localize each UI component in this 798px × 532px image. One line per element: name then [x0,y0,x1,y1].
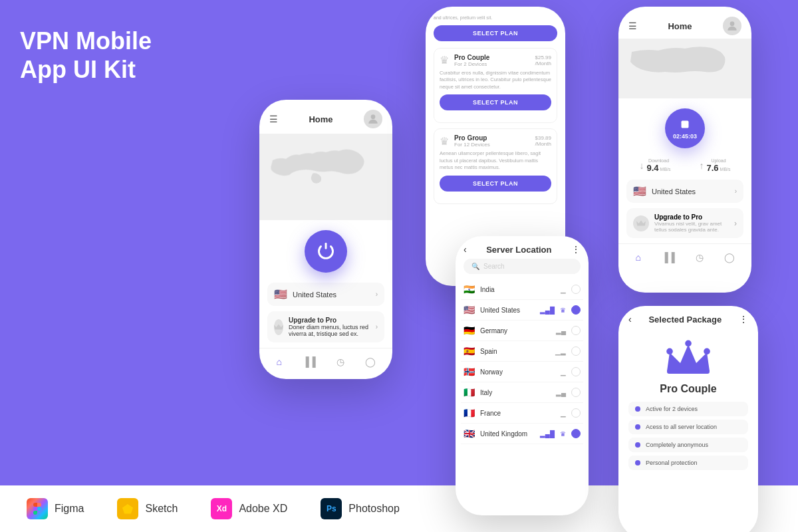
plan-card-couple: ♛ Pro Couple For 2 Devices $25.99 /Month… [434,48,557,124]
adobexd-label: Adobe XD [239,503,287,515]
us-flag: 🇺🇸 [274,288,287,301]
photoshop-tool: Ps Photoshop [321,498,400,519]
feature-item-0: Active for 2 devices [628,402,748,416]
spain-flag: 🇪🇸 [464,346,475,356]
france-select[interactable] [571,408,581,418]
timer-section: 02:45:03 [618,98,751,158]
sketch-label: Sketch [145,503,178,515]
pkg-header: ‹ Selected Package ⋮ [618,306,758,330]
uk-flag: 🇬🇧 [464,428,475,439]
timer-map [618,39,751,98]
phone4-upgrade-row[interactable]: Upgrade to Pro Vivamus nisl velit, grav … [626,208,743,238]
phone4-us-flag: 🇺🇸 [633,185,646,198]
back-button[interactable]: ‹ [464,244,467,255]
timer-nav-icon[interactable]: ◷ [336,356,344,367]
avatar[interactable] [364,110,382,128]
server-item-france[interactable]: 🇫🇷 France ▁ [461,403,583,424]
menu-icon[interactable]: ☰ [269,114,278,124]
phone4-profile-nav[interactable]: ◯ [724,252,735,263]
power-button[interactable] [305,230,347,273]
server-item-norway[interactable]: 🇳🇴 Norway ▁ [461,362,583,382]
norway-select[interactable] [571,367,581,376]
uk-select[interactable] [571,429,581,438]
pkg-more-button[interactable]: ⋮ [739,314,748,325]
italy-select[interactable] [571,388,581,397]
germany-signal: ▂▄ [556,327,566,334]
power-button-area [259,220,392,283]
ps-icon: Ps [321,498,342,519]
timer-button[interactable]: 02:45:03 [665,108,705,148]
italy-flag: 🇮🇹 [464,387,475,398]
france-signal: ▁ [561,410,566,417]
home-nav-icon[interactable]: ⌂ [276,356,281,367]
phone4-upgrade-info: Upgrade to Pro Vivamus nisl velit, grav … [654,213,729,233]
more-button[interactable]: ⋮ [571,244,581,255]
title-area: VPN Mobile App UI Kit [20,27,152,84]
phone1-bottom-nav: ⌂ ▐▐ ◷ ◯ [259,348,392,372]
select-plan-btn-group[interactable]: SELECT PLAN [440,176,551,192]
pkg-title: Selected Package [632,315,739,325]
svg-point-3 [730,21,735,26]
plan-group-header: ♛ Pro Group For 12 Devices $39.89 /Month [440,134,551,148]
india-select[interactable] [571,285,581,294]
phone4-menu-icon[interactable]: ☰ [628,21,637,31]
phone4-bottom-nav: ⌂ ▐▐ ◷ ◯ [618,243,751,268]
uk-crown: ♛ [560,430,566,438]
package-name: Pro Couple [618,380,758,402]
home-title: Home [309,114,332,124]
couple-crown: ♛ [440,54,449,66]
phone4-home-nav[interactable]: ⌂ [635,252,640,263]
sketch-tool: Sketch [117,498,178,519]
upload-stat: ↑ Upload 7.6 MB/s [699,158,730,173]
server-item-spain[interactable]: 🇪🇸 Spain ▁▂ [461,341,583,362]
xd-icon: Xd [211,498,232,519]
france-flag: 🇫🇷 [464,408,475,418]
phone4-avatar[interactable] [723,17,741,35]
country-name: United States [293,291,370,299]
download-arrow: ↓ [639,160,644,171]
server-item-india[interactable]: 🇮🇳 India ▁ [461,279,583,300]
server-item-uk[interactable]: 🇬🇧 United Kingdom ▂▄█ ♛ [461,424,583,444]
server-list: 🇮🇳 India ▁ 🇺🇸 United States ▂▄█ ♛ 🇩🇪 Ger… [456,279,589,444]
upgrade-row[interactable]: Upgrade to Pro Doner diam menus, luctus … [267,311,384,342]
phone4-header: ☰ Home [618,7,751,39]
spain-select[interactable] [571,346,581,356]
profile-nav-icon[interactable]: ◯ [365,356,376,367]
main-title: VPN Mobile App UI Kit [20,27,152,84]
stats-nav-icon[interactable]: ▐▐ [303,356,316,367]
spain-signal: ▁▂ [555,348,566,355]
phone-selected-package: ‹ Selected Package ⋮ Pro Couple Active f… [618,306,758,532]
server-item-germany[interactable]: 🇩🇪 Germany ▂▄ [461,321,583,341]
phone4-country-row[interactable]: 🇺🇸 United States › [626,180,743,203]
search-bar[interactable]: 🔍 Search [464,259,581,274]
country-selector[interactable]: 🇺🇸 United States › [267,283,384,306]
phone-server-location: ‹ Server Location ⋮ 🔍 Search 🇮🇳 India ▁ … [456,236,589,515]
group-desc: Aenean ullamcorper pellentesque libero, … [440,150,551,172]
server-header: ‹ Server Location ⋮ [456,236,589,259]
server-item-us[interactable]: 🇺🇸 United States ▂▄█ ♛ [461,300,583,321]
us-signal: ▂▄█ [540,307,555,314]
select-plan-btn-1[interactable]: SELECT PLAN [434,25,557,41]
map-display [259,134,392,220]
plan-intro-text: and ultrices, pretium velit sit. [434,15,557,21]
select-plan-btn-couple[interactable]: SELECT PLAN [440,94,551,110]
norway-signal: ▁ [561,368,566,376]
big-crown-icon [662,336,715,376]
pricing-content: and ultrices, pretium velit sit. SELECT … [426,7,565,217]
feature-item-1: Acess to all server location [628,420,748,434]
sketch-icon [117,498,138,519]
phone-connected: ☰ Home 02:45:03 ↓ Download 9.4 [618,7,751,293]
upload-arrow: ↑ [699,160,704,171]
phone4-timer-nav[interactable]: ◷ [696,252,704,263]
phone1-header: ☰ Home [259,100,392,134]
phone4-chevron: › [735,188,737,195]
couple-desc: Curabitur eros nulla, dignissim vitae co… [440,70,551,91]
us-select[interactable] [571,305,581,315]
adobexd-tool: Xd Adobe XD [211,498,287,519]
germany-select[interactable] [571,326,581,335]
phone4-stats-nav[interactable]: ▐▐ [662,252,675,263]
search-placeholder: Search [483,263,505,270]
svg-point-7 [685,340,692,347]
server-item-italy[interactable]: 🇮🇹 Italy ▂▄ [461,382,583,403]
crown-icon [274,319,283,335]
